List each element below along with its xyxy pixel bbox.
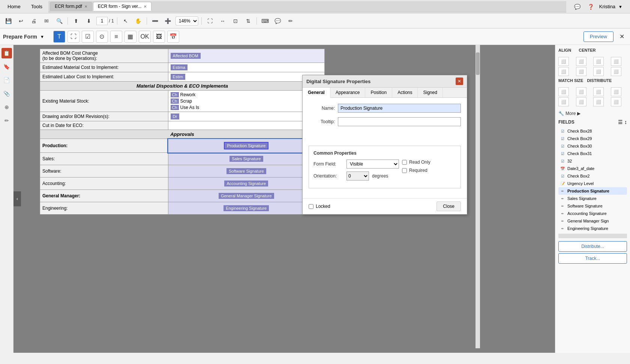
field-item-accounting-sig[interactable]: ✒ Accounting Signature xyxy=(558,210,627,217)
field-item-gm-sig[interactable]: ✒ General Manager Sign xyxy=(558,217,627,225)
production-sig-field[interactable]: Production Signature xyxy=(225,143,268,149)
search-icon[interactable]: 🔍 xyxy=(54,16,64,26)
prepare-chevron-icon[interactable]: ▼ xyxy=(40,34,44,39)
field-item-prod-sig[interactable]: ✒ Production Signature xyxy=(558,187,627,195)
undo-icon[interactable]: ↩ xyxy=(16,16,26,26)
center-h-btn[interactable]: ⬜ xyxy=(611,57,621,66)
zoom-out-icon[interactable]: ➖ xyxy=(150,16,160,26)
align-bottom-btn[interactable]: ⬜ xyxy=(593,67,604,76)
match-both-btn[interactable]: ⬜ xyxy=(593,87,604,96)
scroll-left-arrow[interactable]: ‹ xyxy=(14,191,21,206)
save-icon[interactable]: 💾 xyxy=(3,16,14,26)
sidebar-prepare-icon[interactable]: 📋 xyxy=(2,48,12,58)
sidebar-redact-icon[interactable]: ✏ xyxy=(2,115,12,126)
align-left-btn[interactable]: ⬜ xyxy=(558,57,569,66)
zoom-select[interactable]: 146% 100% 75% 50% xyxy=(176,16,198,25)
dialog-tab-appearance[interactable]: Appearance xyxy=(330,88,366,97)
rework-check[interactable]: Ch xyxy=(171,92,179,97)
menu-tools[interactable]: Tools xyxy=(27,2,47,11)
track-button[interactable]: Track... xyxy=(558,253,627,264)
sidebar-bookmarks-icon[interactable]: 🔖 xyxy=(2,61,12,72)
select-icon[interactable]: ↖ xyxy=(120,16,131,26)
page-input[interactable] xyxy=(96,17,108,25)
image-tool[interactable]: 🖼 xyxy=(153,31,165,43)
field-item-sales-sig[interactable]: ✒ Sales Signature xyxy=(558,195,627,202)
field-item-check31[interactable]: ☑ Check Box31 xyxy=(558,150,627,157)
dialog-tab-position[interactable]: Position xyxy=(365,88,392,97)
locked-checkbox[interactable] xyxy=(309,204,314,209)
align-top-btn[interactable]: ⬜ xyxy=(558,67,569,76)
align-center-btn[interactable]: ⬜ xyxy=(576,57,586,66)
form-field-select[interactable]: Visible Hidden xyxy=(346,160,399,169)
dist-h-btn[interactable]: ⬜ xyxy=(611,87,621,96)
button-tool[interactable]: OK xyxy=(139,31,151,43)
keyboard-icon[interactable]: ⌨ xyxy=(260,16,270,26)
fit-page-icon[interactable]: ⊡ xyxy=(230,16,241,26)
next-page-icon[interactable]: ⬇ xyxy=(84,16,94,26)
prev-page-icon[interactable]: ⬆ xyxy=(71,16,81,26)
dialog-tab-signed[interactable]: Signed xyxy=(418,88,442,97)
dialog-tab-general[interactable]: General xyxy=(303,88,330,98)
sidebar-layers-icon[interactable]: ⊕ xyxy=(2,102,12,112)
tab-ecr-form-pdf-close[interactable]: ✕ xyxy=(84,4,87,9)
sidebar-attachments-icon[interactable]: 📎 xyxy=(2,88,12,99)
use-as-is-check[interactable]: Ch xyxy=(171,105,179,110)
match-h-btn[interactable]: ⬜ xyxy=(576,87,586,96)
tab-ecr-form-sign[interactable]: ECR form - Sign ver... ✕ xyxy=(93,2,152,11)
align-vmid-btn[interactable]: ⬜ xyxy=(576,67,586,76)
field-item-check2[interactable]: ☑ Check Box2 xyxy=(558,172,627,180)
extra-btn[interactable]: ⬜ xyxy=(611,97,621,106)
field-item-date[interactable]: 📅 Date3_af_date xyxy=(558,165,627,172)
text-field-tool[interactable]: T xyxy=(53,31,65,43)
field-item-check29[interactable]: ☑ Check Box29 xyxy=(558,135,627,142)
menu-home[interactable]: Home xyxy=(3,2,25,11)
est-material-field[interactable]: Estima xyxy=(171,64,188,70)
software-sig-field[interactable]: Software Signature xyxy=(226,168,266,174)
bom-field[interactable]: Affected BOM xyxy=(171,53,201,59)
zoom-in-icon[interactable]: ➕ xyxy=(163,16,173,26)
close-panel-button[interactable]: ✕ xyxy=(616,31,627,42)
required-checkbox[interactable] xyxy=(402,168,407,173)
dialog-tab-actions[interactable]: Actions xyxy=(392,88,418,97)
prepare-form-label[interactable]: Prepare Form xyxy=(3,34,37,40)
user-chevron-icon[interactable]: ▼ xyxy=(618,4,622,9)
orientation-select[interactable]: 0 90 180 270 xyxy=(346,172,369,181)
field-item-software-sig[interactable]: ✒ Software Signature xyxy=(558,202,627,210)
preview-button[interactable]: Preview xyxy=(584,31,614,42)
field-item-32[interactable]: ☑ 32 xyxy=(558,157,627,165)
more-tools-row[interactable]: 🔧 More ▶ xyxy=(558,111,627,116)
date-tool[interactable]: 📅 xyxy=(167,31,179,43)
chat-icon[interactable]: 💬 xyxy=(572,1,583,12)
dist-space-h-btn[interactable]: ⬜ xyxy=(576,97,586,106)
email-icon[interactable]: ✉ xyxy=(41,16,52,26)
field-item-check30[interactable]: ☑ Check Box30 xyxy=(558,142,627,150)
comment-icon[interactable]: 💬 xyxy=(273,16,283,26)
help-icon[interactable]: ❓ xyxy=(586,1,596,12)
center-v-btn[interactable]: ⬜ xyxy=(611,67,621,76)
scrap-check[interactable]: Ch xyxy=(171,98,179,104)
sales-sig-field[interactable]: Sales Signature xyxy=(230,156,263,162)
tab-ecr-form-pdf[interactable]: ECR form.pdf ✕ xyxy=(50,2,92,11)
est-labor-field[interactable]: Estim xyxy=(171,74,186,80)
sort-icon[interactable]: ☰ xyxy=(618,119,623,125)
resize-tool[interactable]: ⛶ xyxy=(68,31,80,43)
dialog-close-button[interactable]: ✕ xyxy=(456,78,463,85)
pen-icon[interactable]: ✏ xyxy=(285,16,296,26)
sort-order-icon[interactable]: ↕ xyxy=(624,119,627,125)
fit-icon[interactable]: ⛶ xyxy=(205,16,215,26)
name-input[interactable] xyxy=(338,104,461,113)
user-menu[interactable]: Kristina xyxy=(599,4,615,9)
accounting-sig-field[interactable]: Accounting Signature xyxy=(224,181,268,186)
gm-sig-field[interactable]: General Manager Signature xyxy=(219,193,274,199)
field-item-urgency[interactable]: 📝 Urgency Level xyxy=(558,180,627,187)
scrollbar-vertical[interactable] xyxy=(476,45,480,348)
dist-space-v-btn[interactable]: ⬜ xyxy=(593,97,604,106)
read-only-checkbox[interactable] xyxy=(402,160,407,165)
radio-tool[interactable]: ⊙ xyxy=(96,31,108,43)
field-item-eng-sig[interactable]: ✒ Engineering Signature xyxy=(558,225,627,232)
match-w-btn[interactable]: ⬜ xyxy=(558,87,569,96)
field-item-check28[interactable]: ☑ Check Box28 xyxy=(558,127,627,135)
listbox-tool[interactable]: ≡ xyxy=(110,31,122,43)
close-button[interactable]: Close xyxy=(436,201,461,211)
align-right-btn[interactable]: ⬜ xyxy=(593,57,604,66)
